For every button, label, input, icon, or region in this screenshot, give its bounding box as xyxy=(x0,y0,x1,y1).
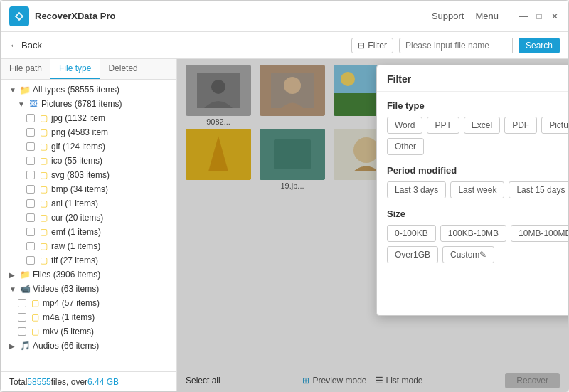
right-panel: 9082... xyxy=(177,59,568,391)
tree-item-files[interactable]: ▶ 📁 Files (3906 items) xyxy=(1,267,176,282)
period-chip[interactable]: Last 15 days xyxy=(509,181,568,198)
checkbox-png[interactable] xyxy=(26,128,35,137)
size-chip[interactable]: 100KB-10MB xyxy=(440,225,506,242)
filter-icon: ⊟ xyxy=(358,41,365,51)
tree-item-bmp[interactable]: ▢ bmp (34 items) xyxy=(1,182,176,196)
menu-link[interactable]: Menu xyxy=(475,11,499,21)
file-type-chip[interactable]: Word xyxy=(387,117,422,134)
file-type-section-title: File type xyxy=(387,100,568,111)
video-icon: 📹 xyxy=(19,283,31,295)
tree-label-emf: emf (1 items) xyxy=(51,227,101,237)
nav-bar: ← Back ⊟ Filter Search xyxy=(1,32,568,59)
checkbox-svg[interactable] xyxy=(26,171,35,179)
tab-deleted[interactable]: Deleted xyxy=(100,59,146,79)
size-chip[interactable]: Over1GB xyxy=(387,246,438,263)
tabs: File path File type Deleted xyxy=(1,59,176,80)
tab-file-type[interactable]: File type xyxy=(50,59,100,79)
app-title: RecoverXData Pro xyxy=(35,11,432,21)
checkbox-ani[interactable] xyxy=(26,199,35,208)
file-tree: ▼ 📁 All types (58555 items) ▼ 🖼 Pictures… xyxy=(1,80,176,371)
file-icon-svg: ▢ xyxy=(38,169,49,181)
file-icon-mp4: ▢ xyxy=(29,297,41,309)
file-icon-png: ▢ xyxy=(38,127,49,138)
close-button[interactable]: ✕ xyxy=(550,11,560,21)
main-content: File path File type Deleted ▼ 📁 All type… xyxy=(1,59,568,391)
title-bar-controls: Support Menu — □ ✕ xyxy=(432,11,560,21)
tree-label-svg: svg (803 items) xyxy=(51,170,110,180)
file-icon-gif: ▢ xyxy=(38,141,49,152)
checkbox-gif[interactable] xyxy=(26,142,35,151)
modal-title: Filter xyxy=(387,73,411,85)
file-icon-mkv: ▢ xyxy=(29,326,41,337)
file-type-chip[interactable]: PDF xyxy=(504,117,537,134)
size-chip[interactable]: 0-100KB xyxy=(387,225,436,242)
checkbox-cur[interactable] xyxy=(26,213,35,222)
size-chip[interactable]: 10MB-100MB xyxy=(511,225,568,242)
tree-item-raw[interactable]: ▢ raw (1 items) xyxy=(1,239,176,253)
tree-item-cur[interactable]: ▢ cur (20 items) xyxy=(1,211,176,225)
tree-item-videos[interactable]: ▼ 📹 Videos (63 items) xyxy=(1,282,176,296)
back-button[interactable]: ← Back xyxy=(9,40,351,51)
tree-label-m4a: m4a (1 items) xyxy=(43,312,95,322)
tree-label-mkv: mkv (5 items) xyxy=(43,327,94,337)
checkbox-raw[interactable] xyxy=(26,242,35,250)
period-section-title: Period modified xyxy=(387,165,568,176)
file-type-chip[interactable]: PPT xyxy=(427,117,459,134)
tree-item-mp4[interactable]: ▢ mp4 (57 items) xyxy=(1,296,176,310)
checkbox-mp4[interactable] xyxy=(18,299,26,307)
back-label: Back xyxy=(21,40,42,51)
tree-item-m4a[interactable]: ▢ m4a (1 items) xyxy=(1,310,176,324)
custom-size-chip[interactable]: Custom✎ xyxy=(442,246,494,263)
filter-button[interactable]: ⊟ Filter xyxy=(351,38,393,53)
file-type-chips: WordPPTExcelPDFPictureAudioVideoOther xyxy=(387,117,568,155)
file-icon-jpg: ▢ xyxy=(38,112,49,124)
tree-label-mp4: mp4 (57 items) xyxy=(43,298,100,308)
file-type-chip[interactable]: Picture xyxy=(541,117,568,134)
size-section-title: Size xyxy=(387,208,568,219)
tree-label-all: All types (58555 items) xyxy=(33,85,119,95)
support-link[interactable]: Support xyxy=(432,11,464,21)
tree-item-pictures[interactable]: ▼ 🖼 Pictures (6781 items) xyxy=(1,97,176,111)
tree-item-png[interactable]: ▢ png (4583 item xyxy=(1,125,176,139)
tree-label-videos: Videos (63 items) xyxy=(33,284,99,294)
tree-item-emf[interactable]: ▢ emf (1 items) xyxy=(1,225,176,239)
checkbox-bmp[interactable] xyxy=(26,185,35,194)
checkbox-jpg[interactable] xyxy=(26,114,35,122)
picture-icon: 🖼 xyxy=(28,98,39,110)
tree-item-svg[interactable]: ▢ svg (803 items) xyxy=(1,168,176,182)
tree-item-tif[interactable]: ▢ tif (27 items) xyxy=(1,253,176,267)
tree-item-mkv[interactable]: ▢ mkv (5 items) xyxy=(1,324,176,339)
window-buttons: — □ ✕ xyxy=(519,11,560,21)
tree-item-all[interactable]: ▼ 📁 All types (58555 items) xyxy=(1,83,176,97)
search-input[interactable] xyxy=(399,38,513,53)
status-files: 58555 xyxy=(27,377,50,387)
checkbox-emf[interactable] xyxy=(26,228,35,236)
filter-label: Filter xyxy=(368,41,387,51)
maximize-button[interactable]: □ xyxy=(534,11,544,21)
file-icon-m4a: ▢ xyxy=(29,312,41,323)
tab-file-path[interactable]: File path xyxy=(1,59,50,79)
tree-arrow-audios: ▶ xyxy=(9,342,19,350)
tree-item-audios[interactable]: ▶ 🎵 Audios (66 items) xyxy=(1,339,176,353)
period-chip[interactable]: Last 3 days xyxy=(387,181,446,198)
tree-label-bmp: bmp (34 items) xyxy=(51,184,108,194)
checkbox-tif[interactable] xyxy=(26,256,35,265)
tree-item-jpg[interactable]: ▢ jpg (1132 item xyxy=(1,111,176,125)
tree-item-ani[interactable]: ▢ ani (1 items) xyxy=(1,196,176,211)
tree-label-jpg: jpg (1132 item xyxy=(51,113,105,123)
checkbox-ico[interactable] xyxy=(26,157,35,165)
tree-item-gif[interactable]: ▢ gif (124 items) xyxy=(1,139,176,154)
title-bar: RecoverXData Pro Support Menu — □ ✕ xyxy=(1,1,568,32)
audio-icon: 🎵 xyxy=(19,340,31,351)
minimize-button[interactable]: — xyxy=(519,11,528,21)
tree-arrow-files: ▶ xyxy=(9,271,19,279)
status-bar: Total 58555 files, over 6.44 GB xyxy=(1,371,176,391)
file-type-chip[interactable]: Other xyxy=(387,138,424,155)
period-chip[interactable]: Last week xyxy=(450,181,504,198)
folder-icon-all: 📁 xyxy=(19,84,31,95)
checkbox-mkv[interactable] xyxy=(18,327,26,336)
tree-item-ico[interactable]: ▢ ico (55 items) xyxy=(1,154,176,168)
search-button[interactable]: Search xyxy=(519,38,560,53)
checkbox-m4a[interactable] xyxy=(18,313,26,322)
file-type-chip[interactable]: Excel xyxy=(464,117,500,134)
